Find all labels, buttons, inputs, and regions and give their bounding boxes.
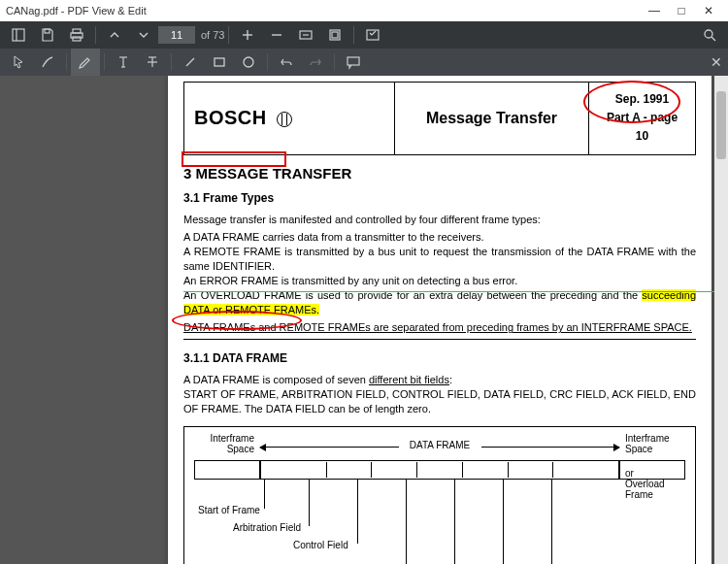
maximize-button[interactable]: □ — [668, 0, 695, 21]
vertical-scrollbar[interactable] — [714, 76, 728, 564]
svg-rect-23 — [215, 58, 224, 66]
paragraph: A DATA FRAME carries data from a transmi… — [183, 230, 696, 316]
bosch-logo-icon — [277, 112, 292, 127]
section-heading: 3 MESSAGE TRANSFER — [183, 165, 696, 182]
svg-rect-0 — [13, 29, 24, 41]
cursor-tool-icon[interactable] — [4, 49, 33, 76]
page-total-label: of 73 — [201, 29, 224, 41]
zoom-out-icon[interactable] — [262, 21, 291, 49]
edit-mode-icon[interactable] — [358, 21, 387, 49]
annotation-ellipse[interactable] — [172, 311, 302, 330]
prev-page-button[interactable] — [100, 21, 129, 49]
subsubsection-heading: 3.1.1 DATA FRAME — [183, 351, 287, 365]
page-number-input[interactable] — [158, 26, 195, 44]
main-toolbar: of 73 — [0, 21, 728, 49]
annotation-ellipse[interactable] — [583, 81, 680, 123]
svg-point-14 — [705, 30, 712, 38]
separator — [95, 26, 96, 44]
redo-icon[interactable] — [301, 49, 330, 76]
circle-tool-icon[interactable] — [234, 49, 263, 76]
print-icon[interactable] — [62, 21, 91, 49]
diagram-field-label: Arbitration Field — [233, 522, 301, 533]
separator — [66, 53, 67, 71]
annotation-toolbar: ✕ — [0, 49, 728, 76]
diagram-label: DATA FRAME — [399, 440, 481, 450]
frame-diagram: Interframe Space Interframe Space DATA F… — [183, 426, 696, 564]
pen-tool-icon[interactable] — [33, 49, 62, 76]
search-icon[interactable] — [695, 21, 724, 49]
header-title: Message Transfer — [395, 83, 589, 155]
save-icon[interactable] — [33, 21, 62, 49]
annotation-line[interactable] — [183, 291, 728, 292]
svg-line-22 — [186, 58, 194, 66]
undo-icon[interactable] — [272, 49, 301, 76]
diagram-field-label: Start of Frame — [198, 505, 260, 515]
text-tool-icon[interactable] — [109, 49, 138, 76]
diagram-box — [194, 460, 260, 480]
paragraph: Message transfer is manifested and contr… — [183, 213, 696, 227]
next-page-button[interactable] — [129, 21, 158, 49]
subsection-heading: 3.1 Frame Types — [183, 191, 274, 205]
rect-tool-icon[interactable] — [205, 49, 234, 76]
minimize-button[interactable]: — — [641, 0, 668, 21]
titlebar: CANag.pdf - PDF View & Edit — □ ✕ — [0, 0, 728, 21]
fit-page-icon[interactable] — [320, 21, 349, 49]
diagram-field-label: Control Field — [293, 540, 348, 550]
separator — [334, 53, 335, 71]
svg-point-24 — [244, 57, 253, 67]
window-title: CANag.pdf - PDF View & Edit — [6, 5, 641, 17]
svg-rect-2 — [45, 29, 50, 33]
annotation-rect[interactable] — [182, 151, 286, 167]
separator — [353, 26, 354, 44]
svg-line-15 — [711, 37, 715, 41]
close-window-button[interactable]: ✕ — [695, 0, 722, 21]
diagram-segments — [281, 462, 598, 478]
comment-tool-icon[interactable] — [339, 49, 368, 76]
separator — [104, 53, 105, 71]
svg-rect-5 — [73, 37, 81, 41]
diagram-box — [619, 460, 685, 480]
sidebar-toggle-icon[interactable] — [4, 21, 33, 49]
line-tool-icon[interactable] — [176, 49, 205, 76]
close-toolbar-icon[interactable]: ✕ — [711, 54, 722, 70]
diagram-label: Interframe Space — [190, 433, 254, 454]
separator — [228, 26, 229, 44]
separator — [267, 53, 268, 71]
strikethrough-tool-icon[interactable] — [138, 49, 167, 76]
scrollbar-thumb[interactable] — [716, 91, 726, 159]
diagram-label: Interframe Space — [625, 433, 689, 454]
svg-rect-25 — [347, 57, 359, 65]
svg-rect-13 — [367, 30, 379, 40]
document-viewport[interactable]: BOSCH Message Transfer Sep. 1991 Part A … — [0, 76, 728, 564]
paragraph: A DATA FRAME is composed of seven differ… — [183, 373, 696, 416]
zoom-in-icon[interactable] — [233, 21, 262, 49]
separator — [171, 53, 172, 71]
svg-rect-12 — [332, 32, 338, 38]
header-bosch: BOSCH — [184, 83, 395, 155]
fit-width-icon[interactable] — [291, 21, 320, 49]
highlight-tool-icon[interactable] — [71, 49, 100, 76]
pdf-page: BOSCH Message Transfer Sep. 1991 Part A … — [168, 76, 711, 564]
